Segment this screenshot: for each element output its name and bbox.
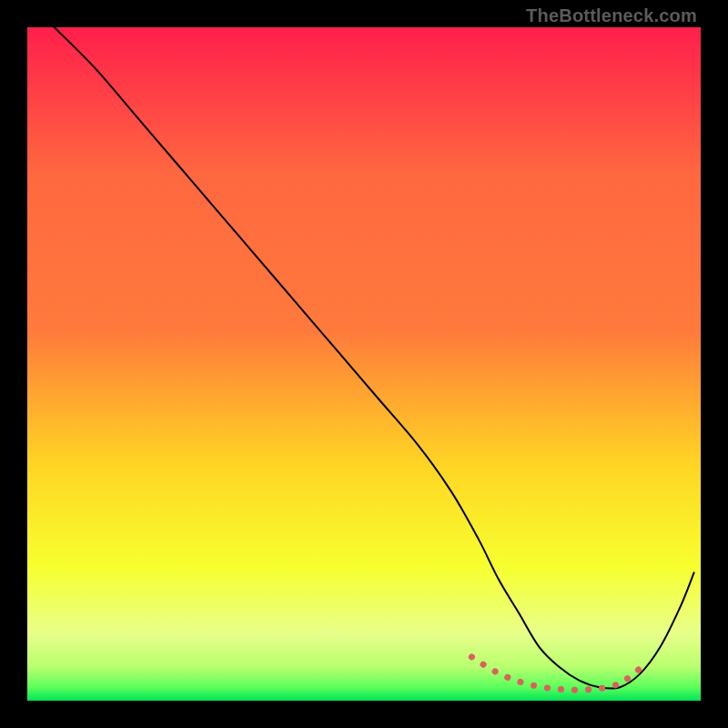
chart-frame: TheBottleneck.com — [0, 0, 728, 728]
chart-svg — [27, 27, 701, 701]
plot-area — [27, 27, 701, 701]
watermark-text: TheBottleneck.com — [526, 5, 697, 26]
gradient-background — [27, 27, 701, 701]
